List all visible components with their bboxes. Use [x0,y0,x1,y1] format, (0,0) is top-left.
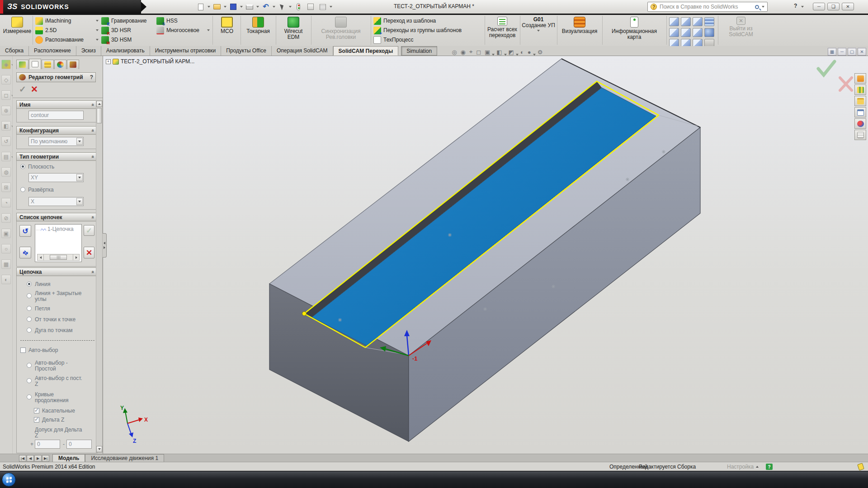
info-card-button[interactable]: Информационная карта [604,17,665,40]
next-tab-icon[interactable]: ▶ [34,455,42,462]
left-toolbar-icon[interactable]: ◔ [1,198,11,207]
close-button[interactable]: ✕ [842,3,854,10]
left-toolbar-icon[interactable]: ⊘ [1,213,11,223]
left-toolbar-icon[interactable]: ⊞ [1,183,11,192]
recognition-button[interactable]: Распознавание [35,35,99,44]
multiaxis-button[interactable]: Многоосевое [156,26,210,35]
view-top-icon[interactable] [681,28,691,37]
help-dropdown-arrow-icon[interactable] [801,6,804,8]
left-toolbar-icon[interactable]: ⊕ [1,106,11,115]
auto-select-checkbox[interactable] [20,347,26,353]
25d-button[interactable]: 2.5D [35,26,99,35]
view-iso-sphere-icon[interactable] [704,28,714,37]
tolerance-minus-input[interactable] [66,440,92,449]
group-header-geometry-type[interactable]: Тип геометрии« [16,152,98,161]
point-to-point-radio[interactable] [27,317,32,322]
tab-model[interactable]: Модель [52,454,85,462]
hide-show-items-icon[interactable]: ◐ [520,49,524,56]
tab-solidcam-operation[interactable]: Операция SolidCAM [272,46,333,56]
left-toolbar-icon[interactable]: ▣ [1,229,11,238]
view-left-icon[interactable] [693,17,703,26]
tab-sketch[interactable]: Эскиз [76,46,101,56]
taskpane-file-explorer-button[interactable] [854,96,866,106]
left-toolbar-icon[interactable]: ◍ [1,167,11,177]
tab-simulation[interactable]: Simulation [401,46,437,56]
print-button[interactable] [244,2,255,12]
unfold-radio[interactable] [20,187,25,192]
pm-tab-solidcam[interactable] [67,60,79,69]
chain-list[interactable]: 1-Цепочка [35,224,82,262]
undo-button[interactable]: ↶ [260,2,271,12]
prev-tab-icon[interactable]: ◀ [27,455,34,462]
taskpane-appearances-button[interactable] [854,118,866,129]
3dhsm-button[interactable]: M 3D HSM [101,35,132,44]
zoom-to-fit-icon[interactable]: ◎ [452,49,457,56]
taskpane-view-palette-button[interactable] [854,107,866,117]
group-header-chain-list[interactable]: Список цепочек« [16,213,98,221]
pm-tab-configurations[interactable] [42,60,54,69]
chain-start-point[interactable] [302,312,307,316]
view-right-icon[interactable] [669,28,679,37]
scene-settings-icon[interactable]: ⚙ [538,49,543,56]
filter-icon[interactable]: ⌖ [469,48,472,56]
pm-tab-properties[interactable] [29,59,41,69]
minimize-document-icon[interactable]: ─ [838,48,846,56]
scroll-up-icon[interactable] [96,101,102,107]
open-file-button[interactable] [212,2,222,12]
line-radio[interactable] [27,282,32,286]
pm-tab-display-manager[interactable] [54,60,66,69]
hss-button[interactable]: S HSS [156,16,178,25]
search-icon[interactable] [755,5,759,9]
new-file-button[interactable] [195,2,206,12]
search-options-arrow-icon[interactable] [762,6,764,8]
calculate-all-button[interactable]: Расчет всех переходов [486,17,518,38]
taskpane-custom-properties-button[interactable] [854,130,866,140]
last-tab-icon[interactable]: ▶| [42,455,49,462]
plane-radio[interactable] [20,164,25,169]
taskpane-resources-button[interactable] [854,73,866,84]
settings-arrow-icon[interactable] [756,466,759,468]
continuation-curves-radio[interactable] [27,394,32,399]
tab-solidcam-transitions[interactable]: SolidCAM Переходы [333,46,399,56]
tab-motion-study[interactable]: Исследование движения 1 [85,454,164,462]
left-toolbar-icon[interactable]: ◧ [1,121,11,131]
properties-toggle-button[interactable] [317,2,328,12]
help-button[interactable]: ? [794,3,797,9]
tab-render-tools[interactable]: Инструменты отрисовки [150,46,222,56]
line-closed-corners-radio[interactable] [27,293,32,298]
chain-reverse-button[interactable]: ⇄ [19,247,31,258]
section-view-icon[interactable]: ▣ [485,49,490,56]
tree-expand-icon[interactable]: + [106,59,111,64]
tangent-checkbox[interactable] [34,408,39,413]
help-search-box[interactable]: ? Поиск в Справке по SolidWorks [647,2,768,12]
turning-button[interactable]: Токарная [242,17,274,34]
imachining-button[interactable]: iMachining [35,16,99,25]
unfold-axis-select[interactable]: X [28,197,84,206]
pm-cancel-button[interactable]: ✕ [31,84,38,94]
engraving-button[interactable]: E Гравирование [101,16,147,25]
chain-list-hscrollbar[interactable] [37,254,80,261]
generate-gcode-button[interactable]: G01 Создание УП [522,17,555,32]
pm-tab-features[interactable] [16,60,28,69]
feature-tree-overlay[interactable]: + ТЕСТ-2_ОТКРЫТЫЙ КАРМ... [106,58,194,65]
tolerance-plus-input[interactable] [35,440,60,449]
view-stack-icon[interactable] [704,17,714,26]
settings-label[interactable]: Настройка [727,464,754,470]
previous-view-icon[interactable]: ◻ [476,49,481,56]
wirecut-edm-button[interactable]: Wirecut EDM [278,17,309,40]
status-help-icon[interactable]: ? [766,464,773,470]
cascade-windows-icon[interactable]: ▦ [828,48,836,56]
loop-radio[interactable] [27,306,32,311]
visualization-button[interactable]: Визуализация [559,17,600,34]
group-header-chain[interactable]: Цепочка« [16,267,98,276]
left-toolbar-icon[interactable]: ▤ [1,152,11,161]
pm-scrollbar[interactable] [96,100,103,453]
save-button[interactable] [228,2,239,12]
tab-layout[interactable]: Расположение [29,46,76,56]
restore-document-icon[interactable]: ▢ [848,48,856,56]
display-style-icon[interactable]: ◩ [509,49,514,56]
left-toolbar-icon[interactable]: ◻ [1,90,11,100]
viewport-canvas[interactable]: -1 Y X Z [103,56,868,454]
start-button[interactable] [2,473,16,487]
tab-office-products[interactable]: Продукты Office [221,46,272,56]
